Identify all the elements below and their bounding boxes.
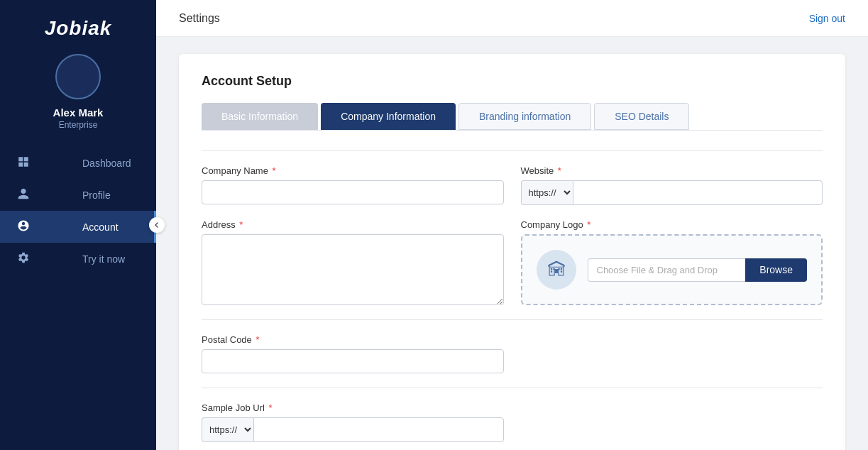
- tab-branding-information[interactable]: Branding information: [458, 103, 591, 130]
- postal-code-required: *: [256, 334, 259, 345]
- postal-code-group: Postal Code *: [202, 334, 504, 373]
- file-placeholder: Choose File & Drag and Drop: [588, 258, 746, 282]
- form-row-2: Address * Company Logo *: [202, 219, 823, 305]
- sample-job-url-input[interactable]: [253, 417, 504, 442]
- tab-basic-information[interactable]: Basic Information: [202, 103, 318, 130]
- company-name-required: *: [273, 165, 276, 176]
- form-row-4: Sample Job Url * https:// http://: [202, 402, 823, 442]
- website-label: Website *: [521, 165, 823, 176]
- address-label: Address *: [202, 219, 504, 230]
- sidebar-item-try-it-now[interactable]: Try it now: [0, 243, 156, 275]
- tab-company-information[interactable]: Company Information: [321, 103, 456, 130]
- company-logo-required: *: [587, 219, 590, 230]
- sign-out-link[interactable]: Sign out: [809, 13, 845, 24]
- user-name: Alex Mark: [53, 106, 104, 119]
- sidebar-item-account[interactable]: Account: [0, 211, 156, 243]
- divider-3: [202, 388, 823, 388]
- svg-rect-2: [553, 268, 554, 270]
- svg-rect-1: [550, 268, 551, 270]
- postal-code-label: Postal Code *: [202, 334, 504, 345]
- sidebar-item-profile[interactable]: Profile: [0, 179, 156, 211]
- logo-upload-area: Choose File & Drag and Drop Browse: [521, 234, 823, 305]
- logo-icon-circle: [537, 250, 576, 290]
- main-panel: Settings Sign out Account Setup Basic In…: [156, 0, 868, 450]
- try-icon: [17, 251, 74, 266]
- browse-button[interactable]: Browse: [745, 258, 807, 282]
- content-area: Account Setup Basic Information Company …: [156, 37, 868, 450]
- svg-rect-4: [560, 268, 561, 270]
- address-required: *: [239, 219, 243, 230]
- avatar: [55, 54, 101, 99]
- svg-rect-3: [558, 268, 559, 270]
- page-title: Settings: [179, 12, 220, 25]
- sidebar-collapse-button[interactable]: [149, 217, 165, 233]
- tabs-row: Basic Information Company Information Br…: [202, 103, 823, 131]
- website-prefix-select[interactable]: https:// http://: [521, 180, 573, 205]
- sidebar: Jobiak Alex Mark Enterprise Dashboard Pr…: [0, 0, 156, 450]
- profile-icon: [17, 187, 74, 202]
- sample-job-url-prefix-select[interactable]: https:// http://: [202, 417, 253, 442]
- tab-seo-details[interactable]: SEO Details: [594, 103, 689, 130]
- website-input-group: https:// http://: [521, 180, 823, 205]
- form-row-3: Postal Code *: [202, 334, 823, 373]
- sample-job-url-required: *: [269, 402, 273, 413]
- sidebar-nav: Dashboard Profile Account Try it now: [0, 147, 156, 275]
- sample-job-url-group: Sample Job Url * https:// http://: [202, 402, 504, 442]
- company-name-input[interactable]: [202, 180, 504, 204]
- app-logo: Jobiak: [45, 17, 112, 40]
- divider-2: [202, 319, 823, 320]
- empty-group: [521, 334, 823, 373]
- svg-rect-0: [554, 269, 558, 273]
- topbar: Settings Sign out: [156, 0, 868, 37]
- svg-rect-5: [550, 271, 551, 273]
- address-group: Address *: [202, 219, 504, 305]
- account-setup-title: Account Setup: [202, 74, 823, 89]
- file-input-row: Choose File & Drag and Drop Browse: [588, 258, 808, 282]
- sidebar-item-dashboard[interactable]: Dashboard: [0, 147, 156, 179]
- website-group: Website * https:// http://: [521, 165, 823, 205]
- company-name-label: Company Name *: [202, 165, 504, 176]
- dashboard-icon: [17, 155, 74, 170]
- building-icon: [546, 258, 566, 281]
- divider: [202, 150, 823, 151]
- sample-job-url-label: Sample Job Url *: [202, 402, 504, 413]
- svg-rect-6: [560, 271, 561, 273]
- company-logo-group: Company Logo *: [521, 219, 823, 305]
- empty-group-2: [521, 402, 823, 442]
- account-icon: [17, 219, 74, 234]
- sample-job-url-input-group: https:// http://: [202, 417, 504, 442]
- company-name-group: Company Name *: [202, 165, 504, 205]
- settings-card: Account Setup Basic Information Company …: [179, 54, 845, 450]
- website-input[interactable]: [573, 180, 823, 205]
- form-row-1: Company Name * Website * https:// http:/…: [202, 165, 823, 205]
- user-role: Enterprise: [59, 120, 98, 130]
- postal-code-input[interactable]: [202, 349, 504, 373]
- address-input[interactable]: [202, 234, 504, 305]
- website-required: *: [558, 165, 561, 176]
- company-logo-label: Company Logo *: [521, 219, 823, 230]
